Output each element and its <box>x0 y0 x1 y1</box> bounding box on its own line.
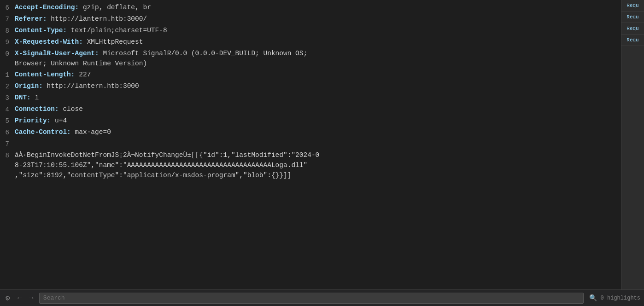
back-icon[interactable]: ← <box>16 292 24 304</box>
line-text: Content-Length: 227 <box>15 69 621 80</box>
keyword: Priority: <box>15 117 51 124</box>
line-number: 1 <box>0 69 15 80</box>
keyword: Cache-Control: <box>15 128 71 136</box>
code-line: 6 Accept-Encoding: gzip, deflate, br <box>0 2 621 13</box>
forward-icon[interactable]: → <box>27 292 35 304</box>
search-container[interactable] <box>39 293 584 304</box>
bottom-bar: ⚙ ← → 🔍 0 highlights <box>0 289 644 306</box>
code-line: 0 X-SignalR-User-Agent: Microsoft Signal… <box>0 48 621 69</box>
line-text: Connection: close <box>15 104 621 114</box>
line-text: Cache-Control: max-age=0 <box>15 127 621 137</box>
search-input[interactable] <box>43 294 580 301</box>
keyword: Origin: <box>15 82 43 90</box>
line-number: 6 <box>0 127 15 138</box>
code-line: 6 Cache-Control: max-age=0 <box>0 127 621 138</box>
code-panel: 6 Accept-Encoding: gzip, deflate, br 7 R… <box>0 0 621 289</box>
keyword: Connection: <box>15 105 59 113</box>
line-text: X-SignalR-User-Agent: Microsoft SignalR/… <box>15 48 621 69</box>
right-panel-item-4[interactable]: Requ <box>621 35 644 46</box>
right-panel-item-2[interactable]: Requ <box>621 12 644 23</box>
code-line: 2 Origin: http://lantern.htb:3000 <box>0 81 621 92</box>
line-number: 8 <box>0 150 15 161</box>
line-value: 227 <box>75 71 91 78</box>
main-area: 6 Accept-Encoding: gzip, deflate, br 7 R… <box>0 0 644 289</box>
line-value: close <box>59 105 83 113</box>
line-number: 5 <box>0 115 15 126</box>
payload-text: áÀ·BeginInvokeDotNetFromJS¡2À¬NotifyChan… <box>15 150 621 180</box>
code-line: 8 Content-Type: text/plain;charset=UTF-8 <box>0 25 621 36</box>
line-value: 1 <box>31 94 39 101</box>
line-value: http://lantern.htb:3000/ <box>47 15 147 23</box>
line-number: 9 <box>0 37 15 47</box>
search-icon: 🔍 <box>589 294 597 302</box>
code-line: 1 Content-Length: 227 <box>0 69 621 81</box>
line-text: Accept-Encoding: gzip, deflate, br <box>15 2 621 12</box>
keyword: DNT: <box>15 94 31 101</box>
keyword: X-SignalR-User-Agent: <box>15 50 99 57</box>
code-line: 7 Referer: http://lantern.htb:3000/ <box>0 13 621 25</box>
line-number: 0 <box>0 48 15 59</box>
code-line: 5 Priority: u=4 <box>0 115 621 127</box>
line-text: X-Requested-With: XMLHttpRequest <box>15 37 621 47</box>
line-value: gzip, deflate, br <box>79 4 151 11</box>
keyword: X-Requested-With: <box>15 38 83 46</box>
line-number: 4 <box>0 104 15 115</box>
code-line: 4 Connection: close <box>0 104 621 115</box>
keyword: Accept-Encoding: <box>15 4 79 11</box>
line-number: 3 <box>0 92 15 103</box>
line-value: u=4 <box>51 117 67 124</box>
line-text <box>15 139 621 149</box>
keyword: Content-Length: <box>15 71 75 78</box>
line-number: 8 <box>0 25 15 36</box>
line-value: http://lantern.htb:3000 <box>43 82 139 90</box>
line-number: 7 <box>0 139 15 149</box>
code-content: 6 Accept-Encoding: gzip, deflate, br 7 R… <box>0 0 621 183</box>
code-line: 3 DNT: 1 <box>0 92 621 104</box>
line-value: text/plain;charset=UTF-8 <box>67 27 167 34</box>
line-text: Content-Type: text/plain;charset=UTF-8 <box>15 25 621 35</box>
line-number: 6 <box>0 2 15 13</box>
line-value: XMLHttpRequest <box>83 38 143 46</box>
settings-icon[interactable]: ⚙ <box>4 292 12 305</box>
right-panel-item-1[interactable]: Requ <box>621 0 644 12</box>
highlights-count: 0 highlights <box>601 295 640 301</box>
line-text: Origin: http://lantern.htb:3000 <box>15 81 621 91</box>
keyword: Content-Type: <box>15 27 67 34</box>
right-panel-item-3[interactable]: Requ <box>621 23 644 35</box>
right-panel: Requ Requ Requ Requ <box>621 0 644 289</box>
keyword: Referer: <box>15 15 47 23</box>
line-number: 2 <box>0 81 15 92</box>
line-text: Priority: u=4 <box>15 115 621 126</box>
code-line: 7 <box>0 138 621 150</box>
line-value: max-age=0 <box>71 128 111 136</box>
code-line: 9 X-Requested-With: XMLHttpRequest <box>0 36 621 48</box>
line-text: DNT: 1 <box>15 92 621 103</box>
line-text: Referer: http://lantern.htb:3000/ <box>15 14 621 24</box>
code-line-payload: 8 áÀ·BeginInvokeDotNetFromJS¡2À¬NotifyCh… <box>0 150 621 181</box>
line-number: 7 <box>0 14 15 24</box>
